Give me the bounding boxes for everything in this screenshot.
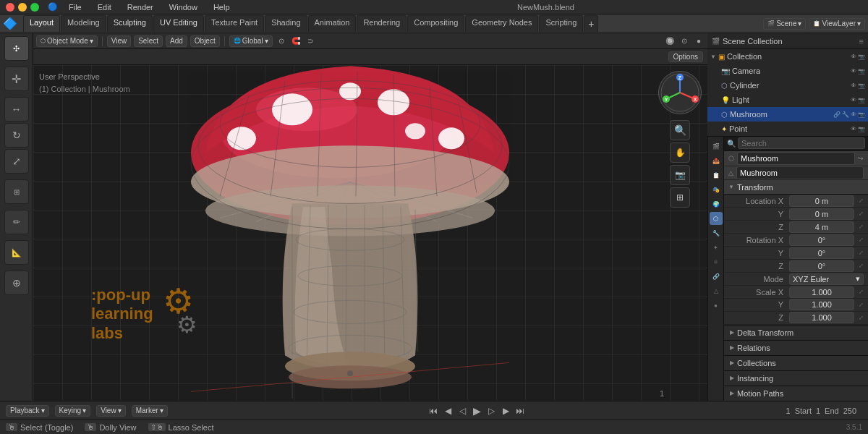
next-frame-button[interactable]: ▷ bbox=[486, 406, 496, 416]
select-tool-button[interactable]: ✣ bbox=[4, 36, 29, 61]
view-overlay-button[interactable]: ⊙ bbox=[678, 35, 690, 47]
light-render[interactable]: 📷 bbox=[858, 97, 865, 103]
location-y-reset[interactable]: ⤢ bbox=[859, 210, 864, 217]
scale-z-reset[interactable]: ⤢ bbox=[859, 315, 864, 321]
viewport-canvas[interactable]: User Perspective (1) Collection | Mushro… bbox=[33, 65, 707, 401]
prop-tab-data[interactable]: △ bbox=[710, 284, 723, 297]
outliner-camera-item[interactable]: 📷 Camera 👁 📷 bbox=[707, 64, 868, 78]
rotation-z-reset[interactable]: ⤢ bbox=[859, 263, 864, 269]
view-gizmo-button[interactable]: 🔘 bbox=[664, 35, 676, 47]
location-x-reset[interactable]: ⤢ bbox=[859, 197, 864, 204]
search-input[interactable] bbox=[738, 137, 865, 149]
prop-tab-object[interactable]: ⬡ bbox=[710, 212, 723, 225]
prop-tab-view-layer[interactable]: 📋 bbox=[710, 169, 723, 182]
outliner-point-item[interactable]: ✦ Point 👁 📷 bbox=[707, 122, 868, 136]
playback-menu[interactable]: Playback ▾ bbox=[6, 405, 49, 417]
add-menu[interactable]: Add bbox=[166, 35, 187, 47]
tab-texture-paint[interactable]: Texture Paint bbox=[205, 15, 264, 32]
prop-tab-particles[interactable]: ✦ bbox=[710, 241, 723, 254]
next-keyframe-button[interactable]: ▶ bbox=[501, 406, 511, 416]
transform-tool-button[interactable]: ⊞ bbox=[4, 179, 29, 204]
data-name-input[interactable] bbox=[736, 166, 864, 179]
relations-header[interactable]: ▶ Relations bbox=[724, 341, 868, 355]
mode-selector[interactable]: ⬡ Object Mode ▾ bbox=[36, 35, 98, 47]
select-menu[interactable]: Select bbox=[134, 35, 163, 47]
tab-sculpting[interactable]: Sculpting bbox=[107, 15, 153, 32]
cylinder-render[interactable]: 📷 bbox=[858, 82, 865, 89]
rotation-z-value[interactable]: 0° bbox=[789, 260, 854, 272]
object-name-input[interactable] bbox=[737, 152, 855, 165]
scale-y-value[interactable]: 1.000 bbox=[789, 299, 854, 310]
tab-geometry-nodes[interactable]: Geometry Nodes bbox=[465, 15, 538, 32]
measure-tool-button[interactable]: 📐 bbox=[4, 240, 29, 265]
add-object-button[interactable]: ⊕ bbox=[4, 271, 29, 295]
play-button[interactable]: ▶ bbox=[472, 406, 482, 416]
snapping-button[interactable]: 🧲 bbox=[290, 35, 302, 47]
prev-frame-button[interactable]: ◁ bbox=[457, 406, 467, 416]
collections-header[interactable]: ▶ Collections bbox=[724, 356, 868, 370]
filter-icon[interactable]: ≡ bbox=[859, 37, 864, 46]
scale-z-value[interactable]: 1.000 bbox=[789, 312, 854, 323]
location-y-value[interactable]: 0 m bbox=[789, 208, 854, 220]
tab-shading[interactable]: Shading bbox=[265, 15, 307, 32]
close-button[interactable] bbox=[6, 3, 14, 12]
tab-rendering[interactable]: Rendering bbox=[357, 15, 407, 32]
scene-selector[interactable]: 🎬 Scene ▾ bbox=[763, 18, 806, 30]
prop-tab-modifiers[interactable]: 🔧 bbox=[710, 226, 723, 239]
prev-keyframe-button[interactable]: ◀ bbox=[443, 406, 453, 416]
marker-menu[interactable]: Marker ▾ bbox=[132, 405, 168, 417]
render-toggle[interactable]: 📷 bbox=[858, 54, 865, 60]
menu-render[interactable]: Render bbox=[122, 1, 158, 13]
rotation-y-value[interactable]: 0° bbox=[789, 247, 854, 259]
minimize-button[interactable] bbox=[18, 3, 27, 12]
transform-pivot-button[interactable]: ⊙ bbox=[276, 35, 287, 47]
maximize-button[interactable] bbox=[30, 3, 39, 12]
menu-window[interactable]: Window bbox=[164, 1, 203, 13]
cylinder-visibility[interactable]: 👁 bbox=[851, 82, 856, 89]
move-tool-button[interactable]: ↔ bbox=[4, 97, 29, 122]
tab-layout[interactable]: Layout bbox=[23, 15, 60, 32]
location-x-value[interactable]: 0 m bbox=[789, 195, 854, 207]
location-z-value[interactable]: 4 m bbox=[789, 221, 854, 233]
rotation-x-reset[interactable]: ⤢ bbox=[859, 237, 864, 243]
menu-help[interactable]: Help bbox=[208, 1, 235, 13]
prop-tab-world[interactable]: 🌍 bbox=[710, 197, 723, 210]
prop-tab-physics[interactable]: ⚛ bbox=[710, 255, 723, 268]
proportional-edit-button[interactable]: ⊃ bbox=[305, 35, 316, 47]
window-controls[interactable] bbox=[6, 3, 39, 12]
transform-orientation[interactable]: 🌐 Global ▾ bbox=[229, 35, 273, 47]
rotation-y-reset[interactable]: ⤢ bbox=[859, 250, 864, 256]
menu-edit[interactable]: Edit bbox=[93, 1, 116, 13]
point-render[interactable]: 📷 bbox=[858, 126, 865, 132]
layout-button[interactable]: ⊞ bbox=[670, 187, 690, 208]
scale-y-reset[interactable]: ⤢ bbox=[859, 302, 864, 308]
tab-add[interactable]: + bbox=[584, 15, 598, 32]
point-visibility[interactable]: 👁 bbox=[851, 126, 856, 132]
fake-user-icon[interactable]: ↪ bbox=[858, 155, 864, 162]
tab-compositing[interactable]: Compositing bbox=[407, 15, 464, 32]
rotation-mode-dropdown[interactable]: XYZ Euler ▾ bbox=[789, 273, 864, 285]
object-menu[interactable]: Object bbox=[190, 35, 220, 47]
camera-render[interactable]: 📷 bbox=[858, 68, 865, 75]
camera-view-button[interactable]: 📷 bbox=[670, 165, 690, 185]
location-z-reset[interactable]: ⤢ bbox=[859, 224, 864, 230]
orbit-gizmo[interactable]: Z X Y bbox=[658, 71, 702, 114]
outliner-mushroom-item[interactable]: ⬡ Mushroom 🔗 🔧 👁 📷 bbox=[707, 107, 868, 122]
rotation-x-value[interactable]: 0° bbox=[789, 234, 854, 246]
scale-x-value[interactable]: 1.000 bbox=[789, 286, 854, 298]
annotate-tool-button[interactable]: ✏ bbox=[4, 210, 29, 234]
outliner-collection-item[interactable]: ▼ ▣ Collection 👁 📷 bbox=[707, 49, 868, 64]
cursor-tool-button[interactable]: ✛ bbox=[4, 67, 29, 91]
camera-visibility[interactable]: 👁 bbox=[851, 68, 856, 75]
view-shading-button[interactable]: ● bbox=[693, 35, 705, 47]
rotate-tool-button[interactable]: ↻ bbox=[4, 123, 29, 148]
prop-tab-material[interactable]: ● bbox=[710, 299, 723, 312]
light-visibility[interactable]: 👁 bbox=[851, 97, 856, 103]
keying-menu[interactable]: Keying ▾ bbox=[55, 405, 91, 417]
view-menu[interactable]: View bbox=[107, 35, 132, 47]
zoom-button[interactable]: 🔍 bbox=[670, 120, 690, 140]
prop-tab-render[interactable]: 🎬 bbox=[710, 140, 723, 153]
view-layer-selector[interactable]: 📋 ViewLayer ▾ bbox=[809, 18, 865, 30]
prop-tab-output[interactable]: 📤 bbox=[710, 154, 723, 167]
pan-button[interactable]: ✋ bbox=[670, 142, 690, 163]
